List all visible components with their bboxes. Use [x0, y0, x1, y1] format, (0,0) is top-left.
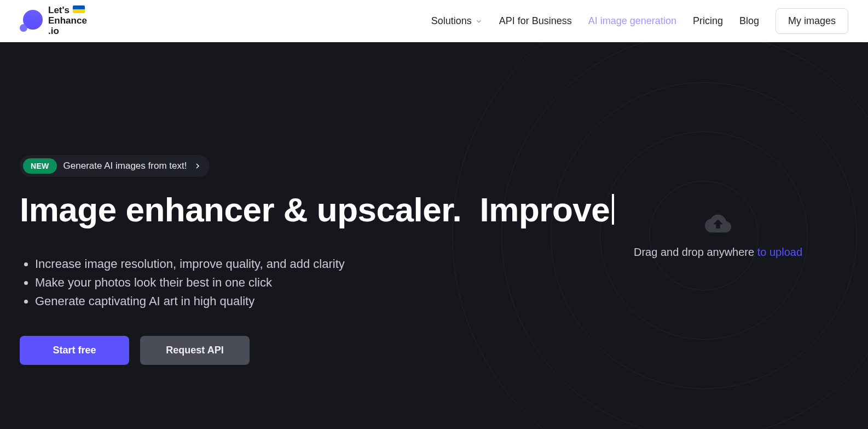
bullet-item: Generate captivating AI art in high qual… [35, 292, 848, 311]
upload-dropzone[interactable]: Drag and drop anywhere to upload [634, 213, 802, 259]
upload-text: Drag and drop anywhere to upload [634, 246, 802, 259]
nav-api[interactable]: API for Business [499, 15, 572, 27]
logo-text: Let's Enhance .io [48, 5, 87, 36]
nav-blog[interactable]: Blog [739, 15, 759, 27]
my-images-button[interactable]: My images [776, 8, 848, 34]
cloud-upload-icon [705, 213, 731, 233]
site-header: Let's Enhance .io Solutions API for Busi… [0, 0, 868, 42]
new-badge: NEW [23, 158, 57, 174]
logo-line-1: Let's [48, 5, 70, 15]
brand-logo[interactable]: Let's Enhance .io [20, 5, 87, 36]
logo-line-3: .io [48, 26, 87, 37]
start-free-button[interactable]: Start free [20, 336, 129, 365]
request-api-button[interactable]: Request API [140, 336, 250, 365]
bullet-item: Make your photos look their best in one … [35, 273, 848, 292]
logo-line-2: Enhance [48, 16, 87, 26]
feature-bullets: Increase image resolution, improve quali… [20, 255, 848, 311]
pill-text: Generate AI images from text! [63, 161, 187, 171]
nav-solutions[interactable]: Solutions [431, 15, 483, 27]
chevron-down-icon [475, 18, 483, 25]
title-static: Image enhancer & upscaler. [20, 191, 461, 228]
hero-section: NEW Generate AI images from text! Image … [0, 42, 868, 429]
new-feature-pill[interactable]: NEW Generate AI images from text! [20, 155, 210, 177]
chevron-right-icon [193, 162, 202, 170]
ukraine-flag-icon [73, 5, 85, 13]
nav-ai-generation[interactable]: AI image generation [588, 15, 676, 27]
upload-link[interactable]: to upload [757, 246, 802, 258]
title-typing: Improve [480, 191, 610, 228]
logo-mark-icon [20, 10, 43, 33]
nav-solutions-label: Solutions [431, 15, 472, 27]
typing-cursor-icon [612, 194, 614, 225]
nav-pricing[interactable]: Pricing [693, 15, 723, 27]
cta-row: Start free Request API [20, 336, 848, 365]
upload-text-prefix: Drag and drop anywhere [634, 246, 757, 258]
main-nav: Solutions API for Business AI image gene… [431, 8, 848, 34]
